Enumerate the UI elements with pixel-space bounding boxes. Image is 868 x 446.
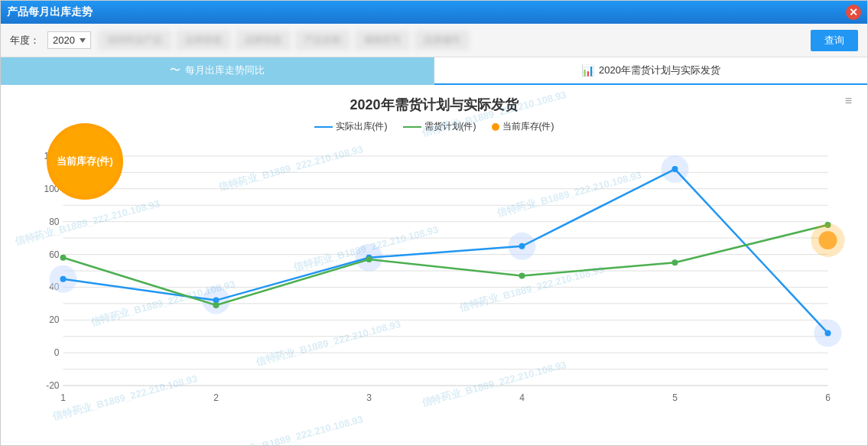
tabs-bar: 〜 每月出库走势同比 📊 2020年需货计划与实际发货 [1, 57, 867, 85]
legend-inventory-label: 当前库存(件) [502, 120, 554, 133]
tab-plan[interactable]: 📊 2020年需货计划与实际发货 [434, 57, 867, 85]
title-bar: 产品每月出库走势 ✕ [1, 1, 867, 24]
svg-point-45 [672, 259, 678, 265]
tab-trend[interactable]: 〜 每月出库走势同比 [1, 57, 434, 85]
window-title: 产品每月出库走势 [7, 5, 93, 19]
plan-icon: 📊 [581, 64, 594, 77]
legend-plan: 需货计划(件) [403, 120, 476, 133]
chart-area: 信特药业_B1889_222.210.108.93 信特药业_B1889_222… [1, 85, 867, 445]
dropdown-arrow-icon [80, 38, 86, 43]
svg-point-35 [60, 276, 67, 282]
svg-point-44 [519, 272, 525, 278]
toolbar: 年度： 2020 信特药业产品 品类筛选 品牌筛选 产品名称 规格型号 品类编号… [1, 24, 867, 57]
tab-trend-label: 每月出库走势同比 [185, 63, 265, 77]
year-label: 年度： [10, 34, 40, 47]
svg-point-40 [825, 330, 831, 336]
chart-menu-icon[interactable]: ≡ [845, 94, 852, 108]
chart-svg: 120 100 80 60 40 20 0 -20 1 2 3 4 5 6 [16, 141, 852, 431]
svg-text:60: 60 [49, 249, 60, 260]
legend-actual-label: 实际出库(件) [336, 120, 388, 133]
tab-plan-label: 2020年需货计划与实际发货 [599, 63, 720, 77]
year-select[interactable]: 2020 [47, 31, 91, 49]
svg-text:0: 0 [54, 347, 60, 358]
svg-text:3: 3 [366, 392, 372, 403]
filter-items: 信特药业产品 品类筛选 品牌筛选 产品名称 规格型号 品类编号 [99, 31, 803, 50]
legend-actual: 实际出库(件) [314, 120, 388, 133]
legend-inventory: 当前库存(件) [492, 120, 554, 133]
svg-point-39 [672, 166, 678, 172]
close-button[interactable]: ✕ [846, 5, 861, 20]
filter-2[interactable]: 品类筛选 [177, 31, 230, 50]
legend-actual-line [314, 126, 333, 128]
query-button[interactable]: 查询 [811, 30, 858, 51]
inventory-circle: 当前库存(件) [47, 123, 123, 200]
chart-legend: 实际出库(件) 需货计划(件) 当前库存(件) [16, 120, 852, 133]
svg-text:5: 5 [672, 392, 678, 403]
legend-plan-label: 需货计划(件) [424, 120, 476, 133]
legend-inventory-dot [492, 123, 499, 131]
svg-text:-20: -20 [46, 380, 60, 391]
legend-plan-line [403, 126, 421, 128]
svg-point-43 [366, 256, 372, 262]
svg-point-42 [213, 302, 219, 308]
trend-icon: 〜 [170, 63, 180, 77]
filter-3[interactable]: 品牌筛选 [236, 31, 290, 50]
svg-text:20: 20 [49, 314, 60, 325]
year-value: 2020 [53, 34, 75, 46]
svg-point-38 [519, 243, 525, 249]
svg-text:2: 2 [213, 392, 219, 403]
svg-text:80: 80 [49, 216, 60, 227]
filter-6[interactable]: 品类编号 [415, 31, 469, 50]
svg-text:1: 1 [60, 392, 66, 403]
chart-title: 2020年需货计划与实际发货 [16, 96, 852, 114]
svg-text:4: 4 [519, 392, 525, 403]
main-window: 产品每月出库走势 ✕ 年度： 2020 信特药业产品 品类筛选 品牌筛选 产品名… [0, 0, 868, 446]
svg-point-48 [819, 231, 837, 249]
inventory-circle-label: 当前库存(件) [57, 155, 113, 168]
filter-4[interactable]: 产品名称 [296, 31, 349, 50]
filter-1[interactable]: 信特药业产品 [99, 31, 171, 50]
svg-text:6: 6 [825, 392, 831, 403]
svg-point-41 [60, 255, 67, 261]
filter-5[interactable]: 规格型号 [356, 31, 409, 50]
